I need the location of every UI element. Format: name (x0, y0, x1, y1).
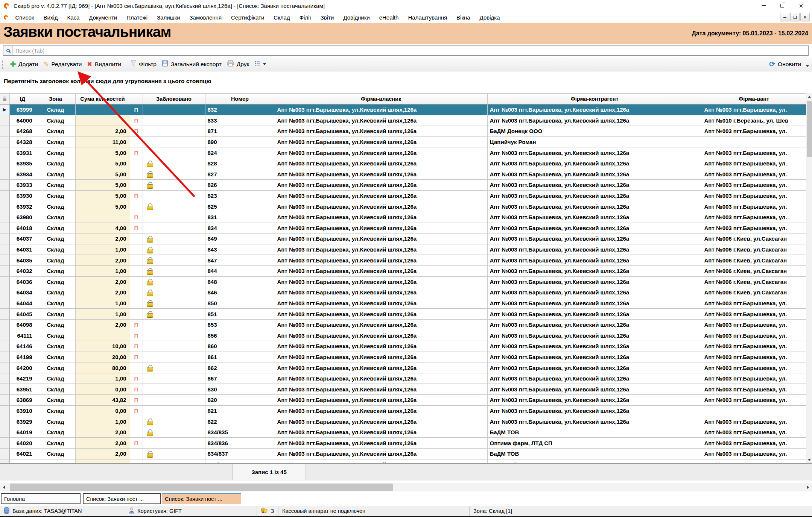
cell-p[interactable] (130, 265, 143, 276)
cell-contr[interactable]: Оптима фарм, ЛТД СП (487, 438, 702, 449)
cell-id[interactable]: 64045 (9, 309, 36, 320)
cell-id[interactable]: 64200 (9, 362, 36, 373)
cell-cons[interactable]: Апт №006 г.Киев, ул.Саксаган (702, 244, 806, 255)
cell-ind[interactable] (0, 233, 9, 244)
cell-owner[interactable]: Апт №003 пгт.Барышевка, ул.Киевский шлях… (275, 427, 487, 438)
cell-owner[interactable]: Апт №003 пгт.Барышевка, ул.Киевский шлях… (275, 169, 487, 180)
menu-item-7[interactable]: Замовлення (185, 13, 226, 22)
cell-zone[interactable]: Склад (36, 115, 75, 126)
table-row[interactable]: 64044Склад1,00850Апт №003 пгт.Барышевка,… (0, 298, 806, 309)
cell-num[interactable]: 832 (205, 105, 275, 115)
cell-p[interactable]: П (130, 384, 143, 395)
table-row[interactable]: 64199Склад20,00П861Апт №003 пгт.Барышевк… (0, 352, 806, 362)
cell-ind[interactable] (0, 265, 9, 276)
cell-num[interactable]: 820 (205, 395, 275, 406)
cell-ind[interactable] (0, 416, 9, 427)
menu-item-6[interactable]: Залишки (152, 13, 185, 22)
cell-zone[interactable]: Склад (36, 352, 75, 362)
cell-num[interactable]: 847 (205, 255, 275, 266)
cell-contr[interactable]: Апт №003 пгт.Барышевка, ул.Киевский шлях… (487, 158, 702, 169)
cell-id[interactable]: 63931 (9, 147, 36, 158)
cell-num[interactable]: 834/837 (205, 449, 275, 459)
cell-p[interactable]: П (130, 395, 143, 406)
view-options-button[interactable] (252, 59, 269, 69)
menu-item-10[interactable]: Філії (295, 13, 316, 22)
cell-block[interactable] (143, 265, 205, 276)
cell-owner[interactable]: Апт №003 пгт.Барышевка, ул.Киевский шлях… (275, 384, 487, 395)
table-row[interactable]: 63929Склад1,00822Апт №003 пгт.Барышевка,… (0, 416, 806, 427)
cell-zone[interactable]: Склад (36, 105, 75, 115)
cell-id[interactable]: 64018 (9, 223, 36, 233)
cell-zone[interactable]: Склад (36, 459, 75, 463)
cell-sum[interactable]: 5,00 (75, 180, 130, 191)
column-header-9[interactable]: Фірма-вант (702, 94, 806, 105)
cell-block[interactable] (143, 341, 205, 352)
cell-owner[interactable]: Апт №003 пгт.Барышевка, ул.Киевский шлях… (275, 233, 487, 244)
cell-num[interactable]: 830 (205, 384, 275, 395)
cell-zone[interactable]: Склад (36, 319, 75, 330)
cell-num[interactable]: 822 (205, 416, 275, 427)
search-input[interactable] (13, 48, 808, 54)
cell-contr[interactable]: Апт №003 пгт.Барышевка, ул.Киевский шлях… (487, 352, 702, 362)
mdi-minimize-button[interactable] (780, 13, 789, 21)
cell-ind[interactable] (0, 115, 9, 126)
cell-id[interactable]: 64035 (9, 255, 36, 266)
cell-id[interactable]: 63935 (9, 158, 36, 169)
cell-num[interactable]: 831 (205, 212, 275, 223)
cell-owner[interactable]: Апт №003 пгт.Барышевка, ул.Киевский шлях… (275, 115, 487, 126)
cell-zone[interactable]: Склад (36, 201, 75, 212)
cell-sum[interactable]: 20,00 (75, 352, 130, 362)
grid-corner-cell[interactable] (0, 94, 9, 105)
cell-num[interactable]: 826 (205, 180, 275, 191)
cell-p[interactable]: П (130, 190, 143, 201)
cell-p[interactable] (130, 233, 143, 244)
window-tab-3-active[interactable]: Список: Заявки пост ... (162, 493, 241, 504)
cell-owner[interactable]: Апт №003 пгт.Барышевка, ул.Киевский шлях… (275, 158, 487, 169)
table-row[interactable]: 63980СкладП831Апт №003 пгт.Барышевка, ул… (0, 212, 806, 223)
cell-sum[interactable] (75, 212, 130, 223)
cell-id[interactable]: 64199 (9, 352, 36, 362)
minimize-button[interactable] (754, 0, 773, 11)
cell-sum[interactable]: 2,00 (75, 449, 130, 459)
cell-owner[interactable]: Апт №003 пгт.Барышевка, ул.Киевский шлях… (275, 416, 487, 427)
cell-zone[interactable]: Склад (36, 233, 75, 244)
table-row[interactable]: 64022Склад2,00П834/838Апт №003 пгт.Барыш… (0, 459, 806, 463)
cell-p[interactable]: П (130, 352, 143, 362)
cell-owner[interactable]: Апт №003 пгт.Барышевка, ул.Киевский шлях… (275, 105, 487, 115)
cell-contr[interactable]: Апт №003 пгт.Барышевка, ул.Киевский шлях… (487, 169, 702, 180)
cell-id[interactable]: 64037 (9, 233, 36, 244)
cell-p[interactable] (130, 298, 143, 309)
cell-sum[interactable]: 5,00 (75, 158, 130, 169)
cell-sum[interactable]: 80,00 (75, 362, 130, 373)
cell-id[interactable]: 63869 (9, 395, 36, 406)
cell-cons[interactable] (702, 405, 806, 416)
cell-p[interactable] (130, 169, 143, 180)
cell-id[interactable]: 63934 (9, 169, 36, 180)
cell-sum[interactable] (75, 330, 130, 341)
cell-contr[interactable]: Апт №003 пгт.Барышевка, ул.Киевский шлях… (487, 212, 702, 223)
delete-button[interactable]: ✖ Видалити (85, 59, 124, 69)
cell-contr[interactable]: Цапийчук Роман (487, 136, 702, 147)
group-by-panel[interactable]: Перетягніть заголовок колонки сюди для у… (0, 71, 812, 93)
cell-zone[interactable]: Склад (36, 265, 75, 276)
cell-p[interactable] (130, 427, 143, 438)
cell-contr[interactable]: БаДМ Донецк ООО (487, 126, 702, 137)
cell-zone[interactable]: Склад (36, 169, 75, 180)
cell-cons[interactable]: Апт №003 пгт.Барышевка, ул. (702, 330, 806, 341)
cell-ind[interactable] (0, 158, 9, 169)
cell-contr[interactable]: БаДМ ТОВ (487, 427, 702, 438)
cell-cons[interactable]: Апт №003 пгт.Барышевка, ул. (702, 362, 806, 373)
cell-contr[interactable]: Апт №003 пгт.Барышевка, ул.Киевский шлях… (487, 341, 702, 352)
cell-block[interactable] (143, 105, 205, 115)
cell-owner[interactable]: Апт №003 пгт.Барышевка, ул.Киевский шлях… (275, 223, 487, 233)
cell-id[interactable]: 64111 (9, 330, 36, 341)
cell-block[interactable] (143, 158, 205, 169)
cell-block[interactable] (143, 115, 205, 126)
cell-id[interactable]: 63980 (9, 212, 36, 223)
cell-contr[interactable]: Апт №003 пгт.Барышевка, ул.Киевский шлях… (487, 105, 702, 115)
cell-cons[interactable]: Апт №003 пгт.Барышевка, ул. (702, 147, 806, 158)
cell-p[interactable]: П (130, 373, 143, 384)
cell-zone[interactable]: Склад (36, 180, 75, 191)
table-row[interactable]: 64034Склад2,00846Апт №003 пгт.Барышевка,… (0, 287, 806, 298)
table-row[interactable]: ▶63999СкладП832Апт №003 пгт.Барышевка, у… (0, 105, 806, 115)
